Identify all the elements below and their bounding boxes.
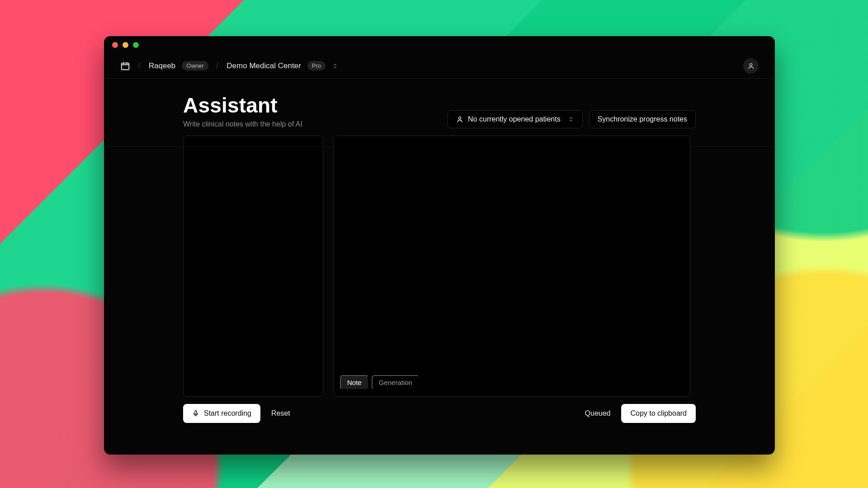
breadcrumb-separator: / (138, 61, 141, 70)
breadcrumb-org-name: Demo Medical Center (226, 61, 301, 70)
mic-icon (192, 410, 199, 417)
pro-badge: Pro (307, 61, 326, 70)
window-zoom-dot[interactable] (133, 42, 139, 48)
editor-panels: Note Generation (183, 136, 696, 397)
page-inner: Assistant Write clinical notes with the … (183, 93, 696, 397)
header-actions: No currently opened patients Synchronize… (448, 110, 696, 128)
svg-rect-0 (122, 63, 129, 70)
reset-button[interactable]: Reset (271, 409, 290, 418)
page-subtitle: Write clinical notes with the help of AI (183, 120, 302, 128)
note-panel[interactable]: Note Generation (333, 136, 690, 397)
copy-clipboard-button[interactable]: Copy to clipboard (621, 404, 696, 423)
breadcrumb-org[interactable]: Demo Medical Center Pro (226, 61, 338, 70)
user-avatar[interactable] (743, 58, 759, 74)
queue-status: Queued (585, 409, 611, 418)
user-icon (456, 116, 463, 123)
calendar-icon[interactable] (120, 61, 130, 71)
window-minimize-dot[interactable] (123, 42, 128, 48)
page-title: Assistant (183, 93, 302, 117)
chevron-sort-icon (332, 63, 338, 69)
breadcrumb-user-name: Raqeeb (149, 61, 176, 70)
breadcrumb-user[interactable]: Raqeeb Owner (149, 61, 208, 70)
svg-point-2 (458, 117, 461, 119)
window-close-dot[interactable] (112, 42, 118, 48)
transcript-panel[interactable] (183, 136, 323, 397)
start-recording-label: Start recording (204, 409, 251, 418)
patients-selector[interactable]: No currently opened patients (448, 110, 583, 128)
top-bar: / Raqeeb Owner / Demo Medical Center Pro (104, 53, 775, 79)
sync-notes-label: Synchronize progress notes (598, 115, 687, 123)
tab-generation[interactable]: Generation (372, 375, 420, 390)
page-content: Assistant Write clinical notes with the … (104, 79, 775, 455)
svg-point-1 (750, 63, 752, 66)
bottom-toolbar: Start recording Reset Queued Copy to cli… (183, 404, 696, 423)
owner-badge: Owner (182, 61, 208, 70)
sync-notes-button[interactable]: Synchronize progress notes (589, 110, 696, 128)
tab-note[interactable]: Note (340, 375, 369, 390)
output-tabs: Note Generation (340, 375, 420, 390)
start-recording-button[interactable]: Start recording (183, 404, 260, 423)
app-window: / Raqeeb Owner / Demo Medical Center Pro (104, 36, 775, 455)
svg-rect-3 (195, 411, 197, 414)
breadcrumb: / Raqeeb Owner / Demo Medical Center Pro (120, 61, 338, 71)
chevron-sort-icon (568, 116, 574, 122)
patients-selector-label: No currently opened patients (468, 115, 561, 123)
page-header: Assistant Write clinical notes with the … (183, 93, 696, 128)
breadcrumb-separator: / (217, 61, 219, 70)
window-titlebar (104, 36, 775, 53)
copy-clipboard-label: Copy to clipboard (630, 409, 687, 418)
